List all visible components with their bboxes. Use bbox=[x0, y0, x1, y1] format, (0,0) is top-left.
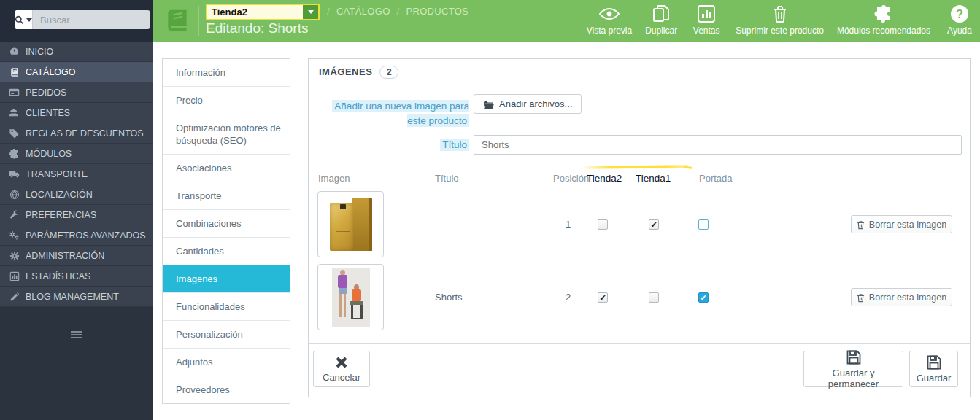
product-image-thumbnail-models[interactable] bbox=[317, 264, 384, 330]
recommended-modules-button[interactable]: Módulos recomendados bbox=[837, 3, 930, 36]
puzzle-icon bbox=[9, 148, 20, 159]
col-posicion: Posición bbox=[553, 173, 589, 184]
models-photo-art bbox=[332, 268, 370, 327]
tab-imagenes[interactable]: Imágenes bbox=[163, 265, 290, 293]
sidebar-item-parametros-avanzados[interactable]: PARÁMETROS AVANZADOS bbox=[0, 225, 153, 246]
sidebar-item-modulos[interactable]: MÓDULOS bbox=[0, 144, 153, 164]
sidebar-item-estadisticas[interactable]: ESTADÍSTICAS bbox=[0, 266, 153, 287]
catalog-logo-book-icon bbox=[163, 7, 191, 34]
sidebar-item-label: ADMINISTRACIÓN bbox=[26, 251, 104, 261]
action-label: Ayuda bbox=[947, 26, 972, 36]
delete-product-button[interactable]: Suprimir este producto bbox=[736, 3, 824, 36]
customers-icon bbox=[9, 107, 20, 118]
product-image-thumbnail-perfume[interactable] bbox=[317, 191, 384, 257]
price-tag-icon bbox=[9, 128, 20, 139]
action-label: Suprimir este producto bbox=[736, 26, 824, 36]
sidebar-collapse-toggle[interactable] bbox=[0, 324, 153, 346]
sidebar-item-preferencias[interactable]: PREFERENCIAS bbox=[0, 205, 153, 225]
perfume-bottle-art bbox=[328, 197, 374, 252]
action-label: Módulos recomendados bbox=[837, 26, 930, 36]
sidebar-item-label: ESTADÍSTICAS bbox=[26, 271, 90, 281]
chevron-down-icon bbox=[303, 5, 318, 19]
stats-icon bbox=[9, 271, 20, 281]
eye-icon bbox=[598, 3, 620, 25]
delete-image-label: Borrar esta imagen bbox=[869, 219, 946, 230]
preview-button[interactable]: Vista previa bbox=[587, 3, 632, 36]
tienda1-checkbox[interactable] bbox=[649, 292, 659, 303]
title-input[interactable] bbox=[474, 135, 962, 155]
store-selector-value: Tienda2 bbox=[207, 7, 303, 18]
position-cell: 1 bbox=[566, 219, 571, 230]
add-files-button[interactable]: Añadir archivos... bbox=[474, 94, 582, 114]
page-header: Tienda2 Editando: Shorts / CATÁLOGO / PR… bbox=[153, 0, 980, 42]
main-content: Información Precio Optimización motores … bbox=[153, 42, 980, 420]
portada-checkbox[interactable] bbox=[698, 219, 709, 230]
truck-icon bbox=[9, 168, 20, 179]
sidebar-item-clientes[interactable]: CLIENTES bbox=[0, 103, 153, 123]
position-cell: 2 bbox=[566, 292, 571, 303]
tab-adjuntos[interactable]: Adjuntos bbox=[163, 349, 290, 376]
cancel-button[interactable]: Cancelar bbox=[313, 351, 370, 387]
puzzle-icon bbox=[874, 3, 893, 25]
page-title: Editando: Shorts bbox=[206, 20, 308, 36]
tienda1-checkbox[interactable] bbox=[649, 219, 659, 230]
sidebar-item-blog-management[interactable]: BLOG MANAGEMENT bbox=[0, 287, 153, 307]
tab-asociaciones[interactable]: Asociaciones bbox=[163, 155, 290, 182]
pencil-icon bbox=[9, 291, 20, 302]
tab-cantidades[interactable]: Cantidades bbox=[163, 238, 290, 265]
portada-checkbox[interactable] bbox=[698, 292, 709, 303]
save-and-stay-button[interactable]: Guardar y permanecer bbox=[803, 351, 903, 387]
tab-combinaciones[interactable]: Combinaciones bbox=[163, 210, 290, 238]
sales-button[interactable]: Ventas bbox=[690, 3, 722, 36]
help-button[interactable]: ? Ayuda bbox=[944, 3, 976, 36]
breadcrumb-catalogo[interactable]: CATÁLOGO bbox=[336, 6, 390, 17]
delete-image-button[interactable]: Borrar esta imagen bbox=[851, 215, 952, 233]
tab-precio[interactable]: Precio bbox=[163, 87, 290, 114]
search-scope-button[interactable] bbox=[15, 10, 33, 29]
global-search bbox=[15, 10, 150, 29]
gears-icon bbox=[9, 230, 20, 241]
store-selector-dropdown[interactable]: Tienda2 bbox=[206, 4, 320, 20]
hamburger-icon bbox=[71, 331, 82, 338]
tab-seo[interactable]: Optimización motores de búsqueda (SEO) bbox=[163, 114, 290, 155]
header-divider bbox=[198, 6, 199, 36]
images-table-header: Imagen Título Posición Tienda2 Tienda1 P… bbox=[309, 171, 970, 187]
save-button[interactable]: Guardar bbox=[909, 351, 958, 387]
sales-chart-icon bbox=[697, 3, 716, 25]
sidebar-item-catalogo[interactable]: CATÁLOGO bbox=[0, 62, 153, 82]
save-and-stay-label: Guardar y permanecer bbox=[813, 368, 894, 389]
home-icon bbox=[9, 46, 20, 57]
sidebar-item-transporte[interactable]: TRANSPORTE bbox=[0, 164, 153, 184]
sidebar-item-reglas-de-descuentos[interactable]: REGLAS DE DESCUENTOS bbox=[0, 123, 153, 144]
tab-personalizacion[interactable]: Personalización bbox=[163, 321, 290, 349]
breadcrumb-separator: / bbox=[327, 6, 330, 17]
sidebar-item-localizacion[interactable]: LOCALIZACIÓN bbox=[0, 184, 153, 205]
sidebar-item-label: CATÁLOGO bbox=[26, 67, 76, 77]
sidebar-item-administracion[interactable]: ADMINISTRACIÓN bbox=[0, 246, 153, 266]
image-row-1: 1 Borrar esta imagen bbox=[309, 187, 970, 260]
delete-image-button[interactable]: Borrar esta imagen bbox=[851, 288, 952, 306]
tab-proveedores[interactable]: Proveedores bbox=[163, 376, 290, 403]
sidebar-item-label: CLIENTES bbox=[26, 108, 70, 118]
col-imagen: Imagen bbox=[318, 173, 350, 184]
tienda2-checkbox[interactable] bbox=[598, 219, 608, 230]
header-action-bar: Vista previa Duplicar Ventas Suprimir es… bbox=[587, 3, 976, 39]
orders-card-icon bbox=[9, 87, 20, 98]
search-input[interactable] bbox=[33, 15, 150, 26]
image-count-badge: 2 bbox=[379, 66, 398, 79]
sidebar-item-pedidos[interactable]: PEDIDOS bbox=[0, 82, 153, 103]
tienda2-checkbox[interactable] bbox=[598, 292, 608, 303]
tab-funcionalidades[interactable]: Funcionalidades bbox=[163, 293, 290, 321]
col-tienda1: Tienda1 bbox=[636, 173, 671, 184]
floppy-disk-icon bbox=[846, 349, 862, 365]
floppy-disk-icon bbox=[926, 354, 942, 370]
col-tienda2: Tienda2 bbox=[587, 173, 622, 184]
sidebar-item-inicio[interactable]: INICIO bbox=[0, 42, 153, 62]
duplicate-button[interactable]: Duplicar bbox=[645, 3, 677, 36]
main-navigation-sidebar: INICIO CATÁLOGO PEDIDOS CLIENTES REGLAS … bbox=[0, 42, 153, 420]
sidebar-item-label: BLOG MANAGEMENT bbox=[26, 292, 119, 302]
panel-title: IMÁGENES bbox=[319, 66, 372, 77]
breadcrumb-productos[interactable]: PRODUCTOS bbox=[406, 6, 469, 17]
tab-informacion[interactable]: Información bbox=[163, 59, 290, 87]
tab-transporte[interactable]: Transporte bbox=[163, 182, 290, 210]
